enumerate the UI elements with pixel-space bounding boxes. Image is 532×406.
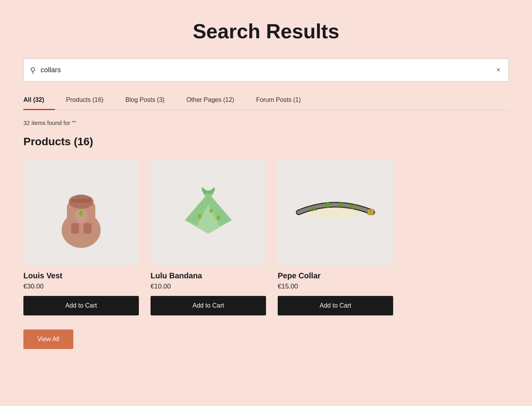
product-card: 🌵 Louis Vest €30.00 Add to Cart: [23, 160, 139, 315]
product-name: Pepe Collar: [278, 271, 393, 280]
svg-text:🌵: 🌵: [197, 213, 204, 220]
tab-all[interactable]: All (32): [23, 91, 55, 110]
products-grid: 🌵 Louis Vest €30.00 Add to Cart 🌵 🌵 🌵: [23, 160, 509, 315]
svg-text:🌵: 🌵: [77, 209, 85, 217]
tab-products[interactable]: Products (16): [55, 91, 114, 110]
svg-text:🌿: 🌿: [323, 201, 331, 209]
product-image-collar: 🌿 🌿 🌿 🌿: [293, 177, 378, 248]
filter-tabs: All (32) Products (16) Blog Posts (3) Ot…: [23, 91, 509, 110]
tab-blog-posts[interactable]: Blog Posts (3): [114, 91, 175, 110]
product-image-container: 🌵: [23, 160, 139, 265]
product-image-bandana: 🌵 🌵 🌵: [169, 173, 247, 251]
section-title: Products (16): [23, 135, 509, 148]
page-title: Search Results: [23, 0, 509, 59]
product-image-container: 🌵 🌵 🌵: [151, 160, 266, 265]
search-input[interactable]: [41, 59, 495, 81]
svg-rect-3: [71, 223, 79, 233]
svg-rect-7: [71, 199, 91, 202]
product-image-vest: 🌵: [42, 173, 120, 251]
add-to-cart-button[interactable]: Add to Cart: [278, 296, 393, 315]
product-name: Louis Vest: [23, 271, 139, 280]
product-price: €30.00: [23, 283, 139, 290]
product-image-container: 🌿 🌿 🌿 🌿: [278, 160, 393, 265]
product-price: €15.00: [278, 283, 393, 290]
view-all-button[interactable]: View All: [23, 329, 73, 349]
svg-text:🌵: 🌵: [215, 214, 222, 221]
tab-forum-posts[interactable]: Forum Posts (1): [245, 91, 312, 110]
search-icon: ⚲: [30, 66, 36, 75]
product-name: Lulu Bandana: [151, 271, 266, 280]
add-to-cart-button[interactable]: Add to Cart: [151, 296, 266, 315]
product-card: 🌿 🌿 🌿 🌿 Pepe Collar €15.00 Add to Cart: [278, 160, 393, 315]
results-summary: 32 items found for "": [23, 119, 509, 126]
svg-text:🌿: 🌿: [337, 201, 343, 208]
svg-rect-4: [83, 223, 91, 233]
product-card: 🌵 🌵 🌵 Lulu Bandana €10.00 Add to Cart: [151, 160, 266, 315]
search-bar: ⚲ ×: [23, 59, 509, 82]
svg-text:🌵: 🌵: [208, 208, 214, 214]
search-clear-button[interactable]: ×: [495, 64, 502, 76]
product-price: €10.00: [151, 283, 266, 290]
tab-other-pages[interactable]: Other Pages (12): [176, 91, 245, 110]
add-to-cart-button[interactable]: Add to Cart: [23, 296, 139, 315]
